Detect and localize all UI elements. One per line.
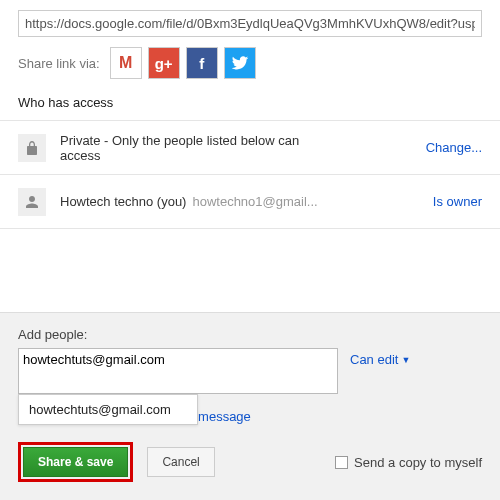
can-edit-dropdown[interactable]: Can edit▼ bbox=[350, 352, 410, 367]
share-save-button[interactable]: Share & save bbox=[23, 447, 128, 477]
send-copy-label: Send a copy to myself bbox=[354, 455, 482, 470]
access-row-owner: Howtech techno (you) howtechno1@gmail...… bbox=[0, 175, 500, 229]
google-plus-icon[interactable]: g+ bbox=[148, 47, 180, 79]
access-private-text: Private - Only the people listed below c… bbox=[60, 133, 310, 163]
twitter-icon[interactable] bbox=[224, 47, 256, 79]
gmail-icon[interactable]: M bbox=[110, 47, 142, 79]
owner-email: howtechno1@gmail... bbox=[192, 194, 317, 209]
send-copy-checkbox[interactable] bbox=[335, 456, 348, 469]
add-people-label: Add people: bbox=[18, 327, 482, 342]
owner-name: Howtech techno (you) bbox=[60, 194, 186, 209]
add-people-input[interactable] bbox=[18, 348, 338, 394]
access-row-private: Private - Only the people listed below c… bbox=[0, 121, 500, 175]
change-link[interactable]: Change... bbox=[426, 140, 482, 155]
access-heading: Who has access bbox=[0, 79, 500, 121]
lock-icon bbox=[18, 134, 46, 162]
owner-role: Is owner bbox=[433, 194, 482, 209]
add-message-link[interactable]: dd message bbox=[180, 409, 482, 424]
highlight-frame: Share & save bbox=[18, 442, 133, 482]
chevron-down-icon: ▼ bbox=[401, 355, 410, 365]
email-suggestion[interactable]: howtechtuts@gmail.com bbox=[18, 394, 198, 425]
share-via-label: Share link via: bbox=[18, 56, 100, 71]
cancel-button[interactable]: Cancel bbox=[147, 447, 214, 477]
person-icon bbox=[18, 188, 46, 216]
share-link-input[interactable] bbox=[18, 10, 482, 37]
facebook-icon[interactable]: f bbox=[186, 47, 218, 79]
